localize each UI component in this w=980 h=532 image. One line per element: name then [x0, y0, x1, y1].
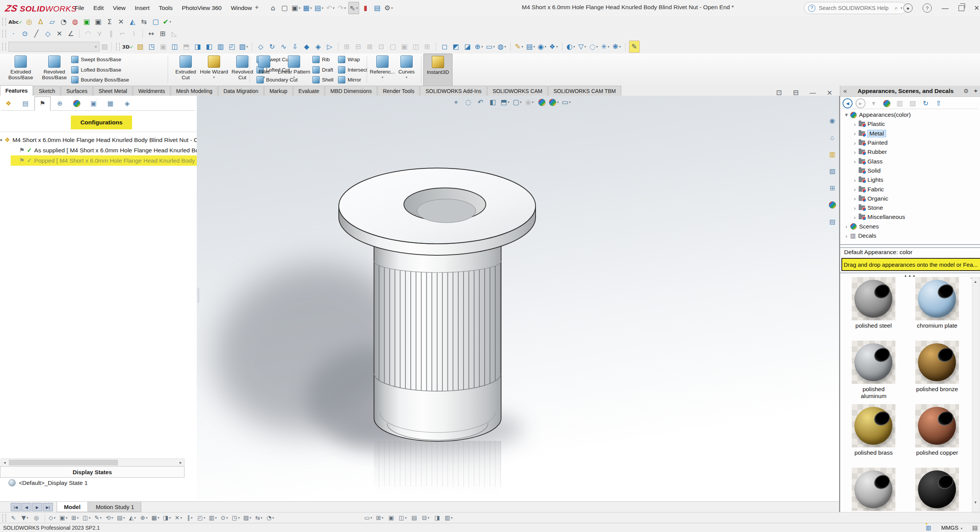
search-icon[interactable]: ⌕: [895, 5, 898, 11]
quick-snap-icon[interactable]: ▣: [386, 513, 396, 522]
scene-tool-icon[interactable]: ◌▾: [589, 41, 599, 52]
property-manager-icon[interactable]: ⊕: [52, 97, 67, 110]
part-tool-icon[interactable]: ◳: [147, 41, 157, 52]
prev-frame-icon[interactable]: ◀: [21, 503, 31, 511]
part-tool-icon[interactable]: ◧: [204, 41, 214, 52]
tree-item-organic[interactable]: ›Organic: [840, 194, 980, 203]
filter-tool-icon[interactable]: ▨▾: [242, 513, 252, 522]
filter-tool-icon[interactable]: ✎▾: [93, 513, 103, 522]
sketch-centerline-icon[interactable]: ∠: [66, 28, 76, 39]
home-icon[interactable]: ⌂: [268, 2, 278, 14]
filter-tool-icon[interactable]: ◔▾: [265, 513, 275, 522]
zoom-to-fit-icon[interactable]: ⌖: [451, 96, 461, 108]
scroll-up-icon[interactable]: ▴: [972, 279, 978, 284]
lofted-boss-base-button[interactable]: Lofted Boss/Base: [71, 65, 129, 74]
scene-tool-icon[interactable]: ❋▾: [612, 41, 622, 52]
scene-tool-icon[interactable]: ◐▾: [566, 41, 576, 52]
login-icon[interactable]: ●: [903, 3, 913, 13]
restore-icon[interactable]: [959, 5, 964, 11]
history-dropdown-icon[interactable]: ▾: [869, 98, 879, 109]
tree-item-lights[interactable]: ›Lights: [840, 175, 980, 184]
smart-dimension-icon[interactable]: ↔: [146, 28, 156, 39]
new-document-icon[interactable]: ▢: [279, 2, 289, 14]
tree-item-decals[interactable]: ›▥Decals: [840, 231, 980, 240]
extruded-cut-button[interactable]: Extruded Cut: [172, 54, 200, 86]
filter-tool-icon[interactable]: ✕▾: [173, 513, 183, 522]
last-frame-icon[interactable]: ▶|: [43, 503, 53, 511]
performance-evaluation-icon[interactable]: ◔: [59, 16, 69, 28]
annotate-tool-icon[interactable]: ✎▾: [514, 41, 524, 52]
view-tool-icon[interactable]: ↻: [267, 41, 277, 52]
expander-icon[interactable]: ›: [852, 205, 858, 211]
sketch-offset-icon[interactable]: ∥: [106, 28, 116, 39]
rib-button[interactable]: Rib: [312, 55, 333, 64]
sketch-arc-icon[interactable]: ◠: [83, 28, 93, 39]
tree-item-stone[interactable]: ›Stone: [840, 203, 980, 212]
expander-icon[interactable]: ▾: [843, 111, 849, 118]
design-checker-icon[interactable]: ▣: [93, 16, 103, 28]
tab-sketch[interactable]: Sketch: [33, 86, 60, 96]
filter-tool-icon[interactable]: ▥▾: [208, 513, 218, 522]
quick-snap-icon[interactable]: ▭▾: [363, 513, 373, 522]
expander-icon[interactable]: ›: [852, 130, 858, 137]
zoom-to-area-icon[interactable]: ◌: [463, 96, 473, 108]
tab-features[interactable]: Features: [0, 85, 33, 96]
expander-icon[interactable]: ›: [852, 121, 858, 127]
cam-operation-tree-icon[interactable]: ▦: [103, 97, 118, 110]
swatch-preview[interactable]: [852, 404, 895, 447]
filter-tool-icon[interactable]: ▦▾: [150, 513, 160, 522]
revolved-cut-button[interactable]: Revolved Cut: [228, 54, 256, 86]
scene-tool-icon[interactable]: ▽▾: [577, 41, 587, 52]
view-tool-icon[interactable]: ◆: [302, 41, 312, 52]
back-icon[interactable]: ◀: [843, 98, 853, 108]
swatch-polished-copper[interactable]: polished copper: [915, 404, 959, 456]
swatch-preview[interactable]: [915, 341, 959, 384]
mass-properties-icon[interactable]: ∆: [36, 16, 46, 28]
sketch-rectangle-icon[interactable]: ⌐: [118, 28, 127, 39]
draft-analysis-icon[interactable]: ◭: [127, 16, 137, 28]
window-tool-icon[interactable]: ▢: [388, 41, 398, 52]
instant3d-button[interactable]: Instant3D: [423, 54, 452, 88]
check-active-document-icon[interactable]: ▣: [82, 16, 91, 28]
wrap-button[interactable]: Wrap: [338, 55, 368, 64]
view-settings-icon[interactable]: ▭▾: [561, 96, 571, 108]
tree-item-appearances-color-[interactable]: ▾Appearances(color): [840, 110, 980, 119]
deviation-analysis-icon[interactable]: ✕: [116, 16, 126, 28]
configuration-as-supplied-row[interactable]: ⚑ ✓ As supplied [ M4 Short x 6.0mm Hole …: [0, 145, 214, 155]
select-cursor-icon[interactable]: ⇖▾: [348, 2, 359, 14]
redo-icon[interactable]: ↷▾: [337, 2, 347, 14]
pin-icon[interactable]: ✦: [253, 4, 259, 11]
sketch-polygon-icon[interactable]: ◇: [43, 28, 53, 39]
hole-wizard-button[interactable]: Hole Wizard▾: [200, 54, 228, 86]
sketch-points-icon[interactable]: ⁞: [129, 28, 139, 39]
open-folder-icon[interactable]: ▧: [908, 98, 918, 109]
draft-button[interactable]: Draft: [312, 65, 333, 74]
display-style-icon[interactable]: ▢▾: [512, 96, 522, 108]
toolbar-grip[interactable]: [116, 43, 120, 51]
section-view-icon[interactable]: ◧: [488, 96, 498, 108]
expander-icon[interactable]: ›: [852, 214, 858, 220]
menu-insert[interactable]: Insert: [131, 3, 154, 13]
filter-tool-icon[interactable]: ◰▾: [196, 513, 206, 522]
part-icon[interactable]: ❖: [1, 97, 16, 110]
tab-render-tools[interactable]: Render Tools: [377, 86, 420, 96]
measure-icon[interactable]: ◎: [24, 16, 34, 28]
sketch-fillet-icon[interactable]: ⋎: [95, 28, 105, 39]
search-input[interactable]: [818, 5, 892, 11]
pane-pin-icon[interactable]: ✦: [971, 88, 980, 95]
swatch-polished-aluminum[interactable]: polished aluminum: [852, 341, 895, 393]
display-tool-icon[interactable]: ◩: [451, 41, 461, 52]
display-tool-icon[interactable]: ◻: [439, 41, 449, 52]
configuration-root-row[interactable]: ▾ ❖ M4 Short x 6.0mm Hole Flange Head Kn…: [0, 135, 197, 145]
minimize-icon[interactable]: —: [942, 4, 949, 12]
cam-feature-tree-icon[interactable]: ▣: [86, 97, 101, 110]
tab-solidworks-cam-tbm[interactable]: SOLIDWORKS CAM TBM: [548, 86, 621, 96]
shell-button[interactable]: Shell: [312, 75, 333, 84]
scroll-down-icon[interactable]: ▾: [972, 500, 978, 505]
tree-item-plastic[interactable]: ›Plastic: [840, 119, 980, 129]
toolbar-grip[interactable]: [2, 514, 6, 522]
open-icon[interactable]: ▣▾: [291, 2, 301, 14]
panel-splitter-handle[interactable]: [197, 288, 199, 302]
search-box[interactable]: ? ⌕ ▾: [804, 2, 906, 14]
edit-appearance-icon[interactable]: [537, 96, 547, 108]
